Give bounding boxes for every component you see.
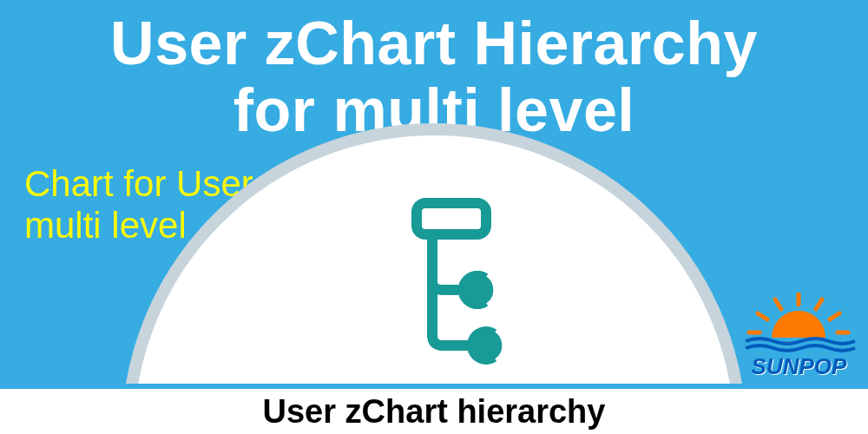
svg-line-8 xyxy=(816,299,822,309)
svg-line-10 xyxy=(830,313,839,319)
sunpop-logo: SUNPOP xyxy=(740,293,858,380)
footer-bar: User zChart hierarchy xyxy=(0,389,868,434)
hero-banner: User zChart Hierarchy for multi level Ch… xyxy=(0,0,868,384)
logo-text: SUNPOP xyxy=(740,353,858,380)
footer-title: User zChart hierarchy xyxy=(263,393,606,431)
sun-icon xyxy=(740,293,858,355)
hierarchy-diagram-icon xyxy=(356,198,512,375)
subtitle-line-2: multi level xyxy=(24,205,187,246)
svg-line-7 xyxy=(775,299,781,309)
title-line-1: User zChart Hierarchy xyxy=(110,10,758,77)
svg-rect-0 xyxy=(417,203,486,234)
svg-line-9 xyxy=(758,313,767,319)
subtitle-line-1: Chart for User xyxy=(24,163,253,204)
